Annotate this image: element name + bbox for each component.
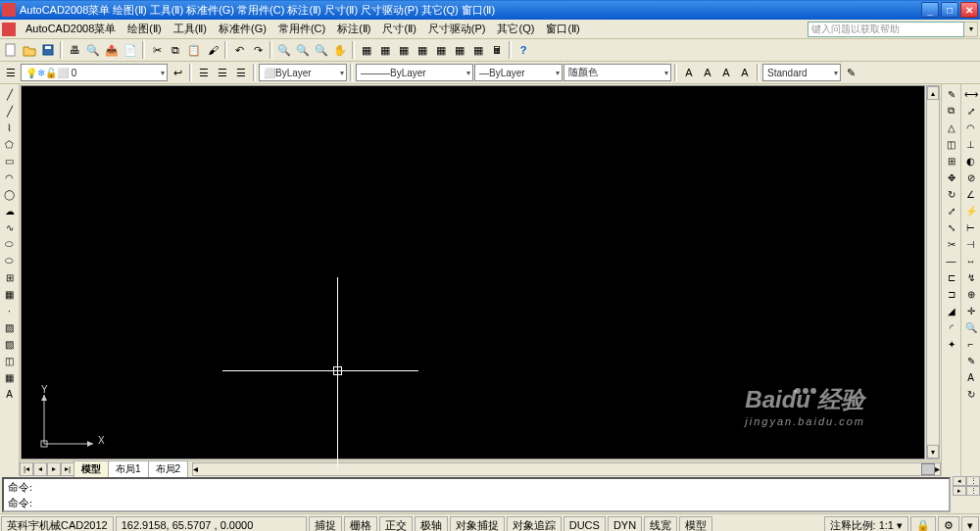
lineweight-dropdown[interactable]: — ByLayer	[474, 64, 563, 81]
status-ortho[interactable]: 正交	[379, 516, 413, 532]
status-anno2-icon[interactable]: ⚙	[938, 516, 959, 532]
arc-icon[interactable]: ◠	[2, 169, 18, 185]
rectangle-icon[interactable]: ▭	[2, 153, 18, 169]
revcloud-icon[interactable]: ☁	[2, 203, 18, 218]
plotstyle-dropdown[interactable]: 随颜色	[564, 64, 671, 81]
tool3-icon[interactable]: ▦	[395, 41, 413, 59]
copy-modify-icon[interactable]: ⧉	[944, 103, 959, 119]
hatch-icon[interactable]: ▨	[2, 319, 18, 335]
dim-t4-icon[interactable]: A	[736, 64, 754, 81]
open-icon[interactable]	[21, 41, 38, 59]
close-button[interactable]: ✕	[960, 2, 978, 18]
polygon-icon[interactable]: ⬠	[2, 136, 18, 152]
dim-quick-icon[interactable]: ⚡	[963, 203, 979, 218]
tool4-icon[interactable]: ▦	[414, 41, 431, 59]
publish-icon[interactable]: 📤	[103, 41, 121, 59]
tool1-icon[interactable]: ▦	[358, 41, 375, 59]
scroll-down-icon[interactable]: ▾	[927, 445, 939, 459]
status-anno1-icon[interactable]: 🔒	[910, 516, 936, 532]
new-icon[interactable]	[2, 41, 20, 59]
ellipsearc-icon[interactable]: ⬭	[2, 253, 18, 268]
jog-icon[interactable]: ⌐	[963, 336, 979, 352]
fillet-icon[interactable]: ◜	[944, 319, 959, 335]
status-tray-icon[interactable]: ▾	[961, 516, 979, 532]
layer-prev-icon[interactable]: ↩	[169, 64, 186, 81]
center-icon[interactable]: ✛	[963, 303, 979, 318]
tab-prev-icon[interactable]: ◂	[33, 462, 47, 476]
undo-icon[interactable]: ↶	[230, 41, 248, 59]
tab-next-icon[interactable]: ▸	[47, 462, 61, 476]
textstyle-btn-icon[interactable]: ✎	[842, 64, 859, 81]
tab-layout1[interactable]: 布局1	[108, 460, 149, 478]
menu-other[interactable]: 其它(Q)	[491, 20, 540, 38]
calc-icon[interactable]: 🖩	[488, 41, 506, 59]
menu-window[interactable]: 窗口(Ⅱ)	[540, 20, 585, 38]
scroll-up-icon[interactable]: ▴	[927, 86, 939, 100]
tab-layout2[interactable]: 布局2	[148, 460, 189, 478]
block-icon[interactable]: ▦	[2, 286, 18, 302]
status-model[interactable]: 模型	[679, 516, 712, 532]
inspect-icon[interactable]: 🔍	[963, 319, 979, 335]
array-icon[interactable]: ⊞	[944, 153, 959, 169]
move-icon[interactable]: ✥	[944, 169, 959, 185]
help-dropdown-icon[interactable]: ▾	[964, 22, 978, 37]
dim-base-icon[interactable]: ⊢	[963, 219, 979, 235]
xline-icon[interactable]: ╱	[2, 103, 18, 119]
layer-iso-icon[interactable]: ☰	[214, 64, 231, 81]
polyline-icon[interactable]: ⌇	[2, 120, 18, 135]
chamfer-icon[interactable]: ◢	[944, 303, 959, 318]
dimedit-icon[interactable]: ✎	[963, 353, 979, 368]
drawing-canvas[interactable]: Y X Baidu 经验 jingyan.baidu.com	[21, 85, 925, 459]
point-icon[interactable]: ·	[2, 303, 18, 318]
command-input[interactable]: 命令:	[4, 495, 949, 510]
join-icon[interactable]: ⊐	[944, 286, 959, 302]
paste-icon[interactable]: 📋	[185, 41, 203, 59]
offset-icon[interactable]: ◫	[944, 136, 959, 152]
linetype-dropdown[interactable]: ——— ByLayer	[356, 64, 473, 81]
dim-t1-icon[interactable]: A	[680, 64, 698, 81]
status-snap[interactable]: 捕捉	[309, 516, 342, 532]
status-osnap[interactable]: 对象捕捉	[450, 516, 505, 532]
tool6-icon[interactable]: ▦	[451, 41, 468, 59]
line-icon[interactable]: ╱	[2, 86, 18, 102]
stretch-icon[interactable]: ⤡	[944, 219, 959, 235]
menu-dimdrive[interactable]: 尺寸驱动(P)	[422, 20, 492, 38]
gradient-icon[interactable]: ▧	[2, 336, 18, 352]
break-icon[interactable]: ⊏	[944, 269, 959, 285]
sheet-icon[interactable]: 📄	[122, 41, 139, 59]
insert-icon[interactable]: ⊞	[2, 269, 18, 285]
menu-dim[interactable]: 尺寸(Ⅱ)	[376, 20, 421, 38]
cmd-scroll-left-icon[interactable]: ◂	[953, 476, 966, 486]
textstyle-dropdown[interactable]: Standard	[762, 64, 841, 81]
table-icon[interactable]: ▦	[2, 369, 18, 385]
dimtedit-icon[interactable]: A	[963, 369, 979, 385]
maximize-button[interactable]: □	[941, 2, 958, 18]
plot-preview-icon[interactable]: 🔍	[84, 41, 102, 59]
print-icon[interactable]: 🖶	[66, 41, 83, 59]
help-search-input[interactable]: 键入问题以获取帮助	[808, 22, 964, 37]
circle-icon[interactable]: ◯	[2, 186, 18, 202]
dimupdate-icon[interactable]: ↻	[963, 386, 979, 402]
layer-props-icon[interactable]: ☰	[2, 64, 20, 81]
match-icon[interactable]: 🖌	[204, 41, 221, 59]
dim-space-icon[interactable]: ↔	[963, 253, 979, 268]
scroll-right-icon[interactable]: ▸	[935, 463, 940, 475]
menu-autocad[interactable]: AutoCAD2008菜单	[20, 20, 122, 38]
extend-icon[interactable]: —	[944, 253, 959, 268]
status-polar[interactable]: 极轴	[415, 516, 448, 532]
dim-arc-icon[interactable]: ◠	[963, 120, 979, 135]
dim-ang-icon[interactable]: ∠	[963, 186, 979, 202]
tool7-icon[interactable]: ▦	[469, 41, 487, 59]
menu-annotate[interactable]: 标注(Ⅱ)	[331, 20, 376, 38]
ellipse-icon[interactable]: ⬭	[2, 236, 18, 252]
explode-icon[interactable]: ✦	[944, 336, 959, 352]
zoom-prev-icon[interactable]: 🔍	[313, 41, 330, 59]
help-icon[interactable]: ?	[514, 41, 532, 59]
scale-icon[interactable]: ⤢	[944, 203, 959, 218]
dim-t2-icon[interactable]: A	[699, 64, 716, 81]
region-icon[interactable]: ◫	[2, 353, 18, 368]
status-otrack[interactable]: 对象追踪	[507, 516, 562, 532]
cmd-scroll-right-icon[interactable]: ▸	[953, 486, 966, 496]
cmd-grip2-icon[interactable]: ⋮	[966, 486, 980, 496]
menu-tools[interactable]: 工具(Ⅱ)	[168, 20, 213, 38]
